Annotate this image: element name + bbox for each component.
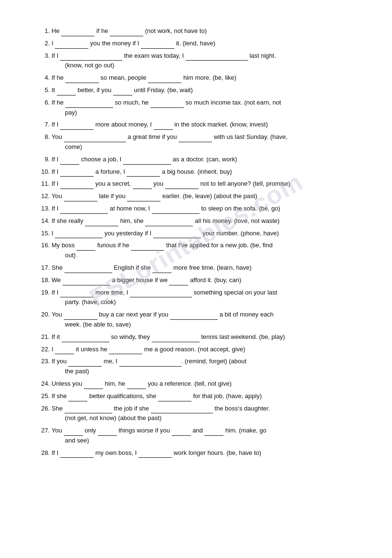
list-item: If I you a secret, you not to tell anyon… — [52, 179, 354, 189]
blank[interactable] — [154, 123, 173, 130]
blank[interactable] — [119, 360, 181, 367]
blank[interactable] — [150, 101, 184, 108]
list-item: If you me, I . (remind, forget) (about t… — [52, 357, 354, 377]
continuation: (not get, not know) (about the past) — [65, 413, 354, 423]
blank[interactable] — [85, 220, 118, 226]
blank[interactable] — [55, 347, 74, 354]
blank[interactable] — [131, 244, 164, 251]
list-item: He if he (not work, not have to) — [52, 26, 354, 36]
list-item: If I more time, I something special on y… — [52, 288, 354, 308]
blank[interactable] — [65, 101, 113, 108]
blank[interactable] — [152, 336, 200, 342]
blank[interactable] — [55, 42, 88, 49]
blank[interactable] — [64, 407, 112, 413]
blank[interactable] — [110, 30, 143, 36]
blank[interactable] — [109, 347, 142, 354]
continuation: party. (have, cook) — [65, 297, 354, 307]
blank[interactable] — [204, 429, 223, 436]
exercise-list: He if he (not work, not have to) I you t… — [38, 26, 354, 458]
blank[interactable] — [63, 279, 110, 285]
list-item: If it so windy, they tennis last weekend… — [52, 332, 354, 342]
blank[interactable] — [152, 207, 200, 214]
blank[interactable] — [60, 182, 94, 189]
list-item: If I more about money, I in the stock ma… — [52, 120, 354, 130]
list-item: If I the exam was today, I last night. (… — [52, 51, 354, 71]
blank[interactable] — [113, 89, 132, 95]
blank[interactable] — [60, 123, 94, 130]
blank[interactable] — [68, 395, 87, 401]
list-item: We a bigger house if we afford it. (buy,… — [52, 275, 354, 285]
continuation: out) — [65, 251, 354, 261]
blank[interactable] — [65, 76, 99, 83]
blank[interactable] — [76, 244, 95, 251]
list-item: My boss furious if he that I've applied … — [52, 241, 354, 261]
blank[interactable] — [127, 170, 160, 177]
blank[interactable] — [84, 382, 103, 389]
blank[interactable] — [186, 54, 248, 61]
blank[interactable] — [153, 232, 201, 238]
blank[interactable] — [123, 158, 171, 165]
blank[interactable] — [64, 266, 112, 273]
list-item: If he so mean, people him more. (be, lik… — [52, 73, 354, 83]
list-item: You only things worse if you and him. (m… — [52, 426, 354, 446]
blank[interactable] — [60, 54, 122, 61]
blank[interactable] — [64, 429, 83, 436]
page: ESLprintables.com He if he (not work, no… — [0, 0, 392, 479]
continuation: pay) — [65, 108, 354, 118]
blank[interactable] — [141, 42, 174, 49]
blank[interactable] — [68, 360, 102, 367]
blank[interactable] — [169, 279, 188, 285]
blank[interactable] — [165, 182, 199, 189]
blank[interactable] — [179, 136, 212, 142]
list-item: Unless you him, he you a reference. (tel… — [52, 379, 354, 389]
blank[interactable] — [138, 451, 172, 458]
blank[interactable] — [55, 232, 103, 238]
list-item: She English if she more free time. (lear… — [52, 263, 354, 273]
list-item: I you the money if I it. (lend, have) — [52, 39, 354, 49]
blank[interactable] — [57, 89, 76, 95]
blank[interactable] — [60, 170, 94, 177]
blank[interactable] — [145, 220, 193, 226]
continuation: the past) — [65, 367, 354, 377]
list-item: If I my own boss, I work longer hours. (… — [52, 448, 354, 458]
blank[interactable] — [60, 451, 94, 458]
list-item: If she better qualifications, she for th… — [52, 391, 354, 401]
blank[interactable] — [64, 313, 97, 320]
list-item: It better, if you until Friday. (be, wai… — [52, 85, 354, 95]
blank[interactable] — [152, 266, 171, 273]
list-item: I you yesterday if I your number. (phone… — [52, 229, 354, 239]
continuation: (know, not go out) — [65, 61, 354, 71]
blank[interactable] — [127, 382, 146, 389]
blank[interactable] — [133, 182, 152, 189]
continuation: come) — [65, 142, 354, 152]
list-item: You buy a car next year if you a bit of … — [52, 310, 354, 330]
blank[interactable] — [170, 313, 218, 320]
continuation: and see) — [65, 436, 354, 446]
list-item: You a great time if you with us last Sun… — [52, 132, 354, 152]
blank[interactable] — [127, 195, 160, 201]
blank[interactable] — [60, 207, 108, 214]
list-item: If I a fortune, I a big house. (inherit,… — [52, 167, 354, 177]
blank[interactable] — [60, 158, 79, 165]
list-item: If I choose a job, I as a doctor. (can, … — [52, 155, 354, 165]
list-item: You late if you earlier. (be, leave) (ab… — [52, 191, 354, 201]
blank[interactable] — [62, 336, 109, 342]
blank[interactable] — [64, 195, 97, 201]
blank[interactable] — [60, 291, 94, 297]
list-item: If he so much, he so much income tax. (n… — [52, 98, 354, 118]
blank[interactable] — [151, 407, 213, 413]
blank[interactable] — [61, 30, 95, 36]
blank[interactable] — [64, 136, 126, 142]
blank[interactable] — [130, 291, 192, 297]
blank[interactable] — [172, 429, 191, 436]
blank[interactable] — [98, 429, 117, 436]
continuation: week. (be able to, save) — [65, 320, 354, 330]
blank[interactable] — [158, 395, 191, 401]
list-item: I it unless he me a good reason. (not ac… — [52, 345, 354, 355]
list-item: She the job if she the boss's daughter. … — [52, 404, 354, 424]
list-item: If I at home now, I to sleep on the sofa… — [52, 204, 354, 214]
list-item: If she really him, she all his money. (l… — [52, 216, 354, 226]
blank[interactable] — [148, 76, 181, 83]
